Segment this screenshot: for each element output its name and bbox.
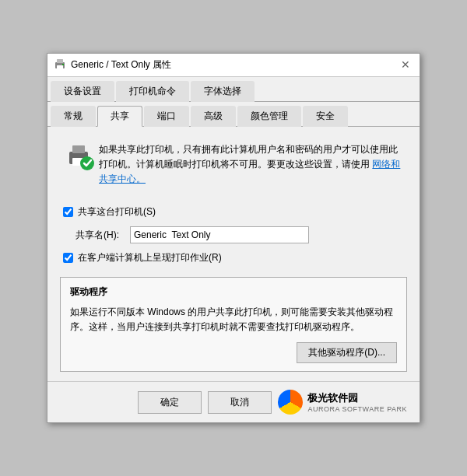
svg-rect-5 bbox=[72, 145, 85, 153]
share-name-label: 共享名(H): bbox=[75, 229, 130, 242]
tab-print-command[interactable]: 打印机命令 bbox=[116, 81, 189, 102]
tab-color[interactable]: 颜色管理 bbox=[237, 106, 301, 127]
logo-icon bbox=[278, 390, 303, 415]
share-name-input[interactable] bbox=[130, 226, 309, 243]
tab-port[interactable]: 端口 bbox=[144, 106, 189, 127]
tab-general[interactable]: 常规 bbox=[51, 106, 96, 127]
tab-row-1: 设备设置 打印机命令 字体选择 bbox=[47, 77, 420, 102]
svg-rect-1 bbox=[57, 59, 63, 63]
cancel-button[interactable]: 取消 bbox=[208, 391, 272, 414]
title-bar-left: Generic / Text Only 属性 bbox=[54, 58, 171, 72]
logo-sub-text: AURORA SOFTWARE PARK bbox=[307, 405, 407, 413]
tab-share[interactable]: 共享 bbox=[97, 106, 142, 127]
svg-point-3 bbox=[62, 64, 64, 65]
tab-content: 如果共享此打印机，只有拥有此计算机用户名和密码的用户才可以使用此打印机。计算机睡… bbox=[47, 127, 420, 382]
printer-icon bbox=[54, 58, 66, 71]
logo-text: 极光软件园 AURORA SOFTWARE PARK bbox=[307, 391, 407, 413]
info-description: 如果共享此打印机，只有拥有此计算机用户名和密码的用户才可以使用此打印机。计算机睡… bbox=[99, 142, 401, 187]
tab-row-2: 常规 共享 端口 高级 颜色管理 安全 bbox=[47, 102, 420, 127]
share-name-row: 共享名(H): bbox=[60, 226, 407, 243]
share-checkbox[interactable] bbox=[63, 207, 73, 217]
bottom-bar: 确定 取消 极光软件园 AURORA SOFTWARE PARK bbox=[47, 381, 420, 422]
other-drivers-button[interactable]: 其他驱动程序(D)... bbox=[297, 342, 397, 363]
printer-status-icon bbox=[66, 142, 91, 167]
dialog-window: Generic / Text Only 属性 ✕ 设备设置 打印机命令 字体选择… bbox=[47, 53, 420, 424]
tab-security[interactable]: 安全 bbox=[303, 106, 348, 127]
logo-main-text: 极光软件园 bbox=[307, 391, 407, 405]
ok-button[interactable]: 确定 bbox=[138, 391, 202, 414]
render-checkbox-label[interactable]: 在客户端计算机上呈现打印作业(R) bbox=[63, 251, 222, 264]
driver-section: 驱动程序 如果运行不同版本 Windows 的用户共享此打印机，则可能需要安装其… bbox=[60, 277, 407, 372]
driver-section-title: 驱动程序 bbox=[70, 285, 397, 299]
logo-area: 极光软件园 AURORA SOFTWARE PARK bbox=[278, 390, 407, 415]
share-checkbox-label[interactable]: 共享这台打印机(S) bbox=[63, 205, 156, 219]
info-box: 如果共享此打印机，只有拥有此计算机用户名和密码的用户才可以使用此打印机。计算机睡… bbox=[60, 136, 407, 194]
tab-device-settings[interactable]: 设备设置 bbox=[51, 81, 114, 102]
svg-rect-2 bbox=[57, 65, 63, 69]
title-bar: Generic / Text Only 属性 ✕ bbox=[47, 54, 420, 77]
tab-advanced[interactable]: 高级 bbox=[191, 106, 236, 127]
close-button[interactable]: ✕ bbox=[398, 57, 413, 72]
render-checkbox-row: 在客户端计算机上呈现打印作业(R) bbox=[60, 251, 407, 264]
render-checkbox[interactable] bbox=[63, 253, 73, 263]
dialog-title: Generic / Text Only 属性 bbox=[71, 58, 171, 72]
share-checkbox-row: 共享这台打印机(S) bbox=[60, 205, 407, 219]
tab-font-select[interactable]: 字体选择 bbox=[191, 81, 255, 102]
driver-btn-row: 其他驱动程序(D)... bbox=[70, 342, 397, 363]
driver-description: 如果运行不同版本 Windows 的用户共享此打印机，则可能需要安装其他驱动程序… bbox=[70, 305, 397, 334]
